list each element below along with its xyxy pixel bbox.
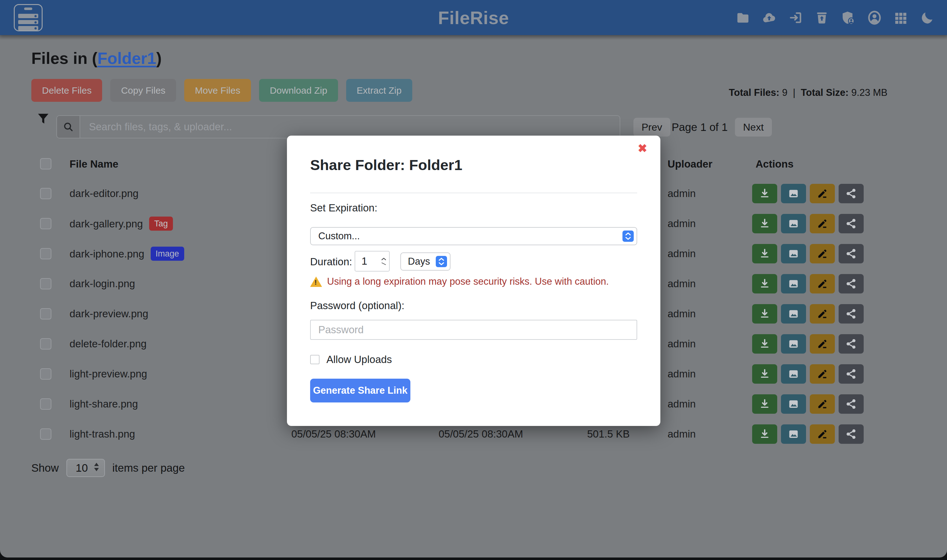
row-checkbox[interactable] [40, 428, 51, 440]
uploader-cell: admin [668, 338, 696, 350]
allow-uploads-checkbox[interactable] [310, 355, 320, 364]
preview-image-button[interactable] [781, 274, 806, 294]
row-checkbox[interactable] [40, 248, 51, 259]
preview-image-button[interactable] [781, 304, 806, 323]
next-page-button[interactable]: Next [735, 118, 772, 137]
expiration-select[interactable]: Custom... [310, 227, 637, 245]
file-name-cell[interactable]: delete-folder.png [69, 338, 146, 350]
edit-rename-button[interactable] [810, 425, 835, 444]
share-button[interactable] [839, 394, 864, 414]
file-name: light-preview.png [69, 368, 147, 380]
items-per-page-select[interactable]: 10 [66, 459, 105, 477]
row-actions [752, 184, 864, 203]
sign-in-icon[interactable] [788, 10, 803, 25]
column-header-uploader[interactable]: Uploader [668, 158, 712, 170]
dark-mode-moon-icon[interactable] [920, 10, 935, 25]
file-name-cell[interactable]: light-share.png [69, 398, 138, 410]
download-button[interactable] [752, 394, 777, 414]
uploader-cell: admin [668, 368, 696, 380]
share-button[interactable] [839, 364, 864, 384]
row-checkbox[interactable] [40, 308, 51, 320]
number-spinner-icon[interactable] [381, 257, 386, 265]
edit-rename-button[interactable] [810, 244, 835, 263]
preview-image-button[interactable] [781, 364, 806, 384]
filter-icon[interactable] [36, 111, 50, 125]
edit-rename-button[interactable] [810, 184, 835, 203]
row-checkbox[interactable] [40, 188, 51, 199]
prev-page-button[interactable]: Prev [633, 118, 670, 137]
share-button[interactable] [839, 334, 864, 354]
file-name-cell[interactable]: light-trash.png [69, 428, 135, 440]
row-checkbox[interactable] [40, 218, 51, 229]
items-per-page-label: items per page [112, 462, 185, 474]
preview-image-button[interactable] [781, 244, 806, 263]
edit-rename-button[interactable] [810, 214, 835, 233]
download-button[interactable] [752, 244, 777, 263]
file-name-cell[interactable]: light-preview.png [69, 368, 147, 380]
preview-image-button[interactable] [781, 334, 806, 354]
download-files-button[interactable]: Download Zip [259, 79, 338, 102]
row-checkbox[interactable] [40, 338, 51, 349]
expiration-warning: Using a long expiration may pose securit… [310, 276, 609, 287]
folder-breadcrumb-link[interactable]: Folder1 [97, 49, 156, 67]
edit-rename-button[interactable] [810, 364, 835, 384]
row-checkbox[interactable] [40, 278, 51, 289]
download-button[interactable] [752, 425, 777, 444]
file-name-cell[interactable]: dark-preview.png [69, 308, 148, 320]
download-button[interactable] [752, 304, 777, 323]
select-all-checkbox[interactable] [40, 158, 51, 169]
preview-image-button[interactable] [781, 184, 806, 203]
share-button[interactable] [839, 425, 864, 444]
modal-title: Share Folder: Folder1 [310, 156, 462, 174]
row-checkbox[interactable] [40, 368, 51, 380]
admin-shield-icon[interactable] [841, 10, 856, 25]
file-name-cell[interactable]: dark-iphone.pngImage [69, 247, 184, 261]
close-icon[interactable]: ✖ [638, 142, 647, 155]
share-button[interactable] [839, 244, 864, 263]
delete-files-button[interactable]: Delete Files [31, 79, 102, 102]
file-name-cell[interactable]: dark-login.png [69, 278, 135, 290]
search-icon[interactable] [57, 116, 80, 138]
file-name-cell[interactable]: dark-gallery.pngTag [69, 217, 173, 231]
download-button[interactable] [752, 334, 777, 354]
download-button[interactable] [752, 184, 777, 203]
share-button[interactable] [839, 184, 864, 203]
folder-icon[interactable] [736, 10, 750, 25]
move-files-button[interactable]: Move Files [184, 79, 251, 102]
file-name: delete-folder.png [69, 338, 146, 350]
share-button[interactable] [839, 214, 864, 233]
preview-image-button[interactable] [781, 394, 806, 414]
duration-value-input[interactable]: 1 [355, 251, 390, 272]
column-header-file-name[interactable]: File Name [69, 158, 119, 170]
download-button[interactable] [752, 214, 777, 233]
edit-rename-button[interactable] [810, 274, 835, 294]
date-modified-cell: 05/05/25 08:30AM [291, 428, 376, 440]
preview-image-button[interactable] [781, 425, 806, 444]
row-checkbox[interactable] [40, 398, 51, 410]
file-name: light-trash.png [69, 428, 135, 440]
edit-rename-button[interactable] [810, 334, 835, 354]
generate-share-link-button[interactable]: Generate Share Link [310, 378, 410, 403]
duration-unit-select[interactable]: Days [400, 252, 450, 271]
upload-cloud-icon[interactable] [762, 10, 776, 25]
download-button[interactable] [752, 364, 777, 384]
extract-files-button[interactable]: Extract Zip [346, 79, 412, 102]
file-size-cell: 501.5 KB [533, 428, 630, 440]
copy-files-button[interactable]: Copy Files [110, 79, 176, 102]
edit-rename-button[interactable] [810, 394, 835, 414]
file-name-cell[interactable]: dark-editor.png [69, 188, 139, 200]
share-button[interactable] [839, 304, 864, 323]
preview-image-button[interactable] [781, 214, 806, 233]
edit-rename-button[interactable] [810, 304, 835, 323]
search-input[interactable] [80, 116, 620, 138]
warning-icon [310, 277, 322, 287]
user-profile-icon[interactable] [867, 10, 882, 25]
share-folder-modal: ✖ Share Folder: Folder1 Set Expiration: … [287, 135, 661, 426]
share-button[interactable] [839, 274, 864, 294]
row-actions [752, 334, 864, 354]
download-button[interactable] [752, 274, 777, 294]
share-password-input[interactable] [310, 320, 637, 340]
trash-restore-icon[interactable] [815, 10, 829, 25]
grid-view-icon[interactable] [893, 10, 908, 25]
uploader-cell: admin [668, 278, 696, 290]
